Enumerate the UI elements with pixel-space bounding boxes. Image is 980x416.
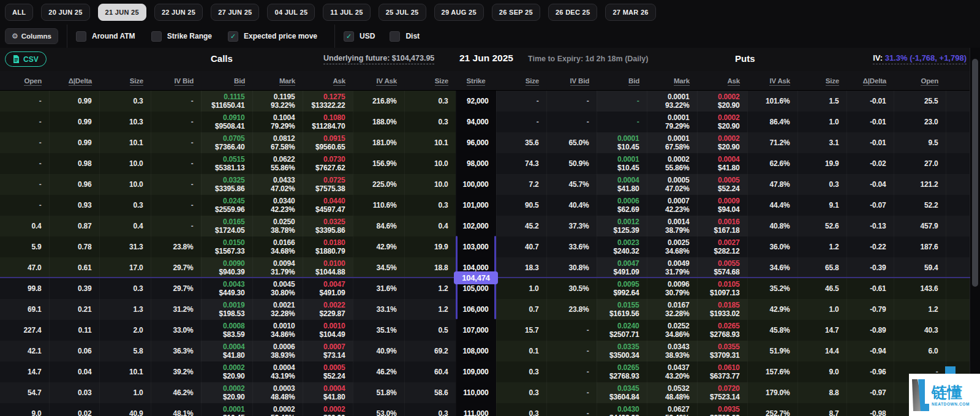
puts-ask-cell[interactable]: 0.0016$167.18 <box>697 216 747 236</box>
puts-mark-cell[interactable]: 0.002534.68% <box>647 236 697 257</box>
calls-iv_ask-cell[interactable]: 34.5% <box>353 257 404 278</box>
calls-delta-cell[interactable]: 0.87 <box>49 216 99 236</box>
strike-cell[interactable]: 103,000 <box>456 236 496 257</box>
header-open[interactable]: Open <box>0 71 49 91</box>
puts-ask_size-cell[interactable]: 14.4 <box>797 341 846 361</box>
puts-bid-cell[interactable]: 0.0004$41.80 <box>597 174 647 195</box>
puts-ask_size-cell[interactable]: 65.8 <box>797 257 846 278</box>
puts-mark-cell[interactable]: 0.043743.20% <box>647 361 697 382</box>
puts-ask_size-cell[interactable]: 8.7 <box>797 403 846 416</box>
calls-ask-cell[interactable]: 0.0047$491.09 <box>303 278 353 299</box>
puts-open-cell[interactable]: 1.2 <box>894 299 946 320</box>
puts-bid-cell[interactable]: 0.0006$62.69 <box>597 195 647 216</box>
puts-delta-cell[interactable]: -0.01 <box>846 112 894 132</box>
puts-iv_ask-cell[interactable]: 47.8% <box>747 174 797 195</box>
calls-size-cell[interactable]: 2.0 <box>99 320 151 341</box>
header-bid[interactable]: Bid <box>597 71 647 91</box>
calls-iv_bid-cell[interactable]: 33.0% <box>151 320 201 341</box>
calls-iv_bid-cell[interactable]: 29.7% <box>151 257 201 278</box>
calls-ask_size-cell[interactable]: 19.9 <box>404 236 456 257</box>
tab-27-jun-25[interactable]: 27 JUN 25 <box>211 4 259 21</box>
calls-bid-cell[interactable]: 0.0004$41.80 <box>201 341 252 361</box>
calls-bid-cell[interactable]: 0.0090$940.39 <box>201 257 252 278</box>
calls-iv_bid-cell[interactable]: - <box>151 112 201 132</box>
puts-iv_ask-cell[interactable]: 62.6% <box>747 153 797 174</box>
puts-ask_size-cell[interactable]: 0.3 <box>797 174 846 195</box>
calls-delta-cell[interactable]: 0.04 <box>49 361 99 382</box>
puts-iv_ask-cell[interactable]: 36.0% <box>747 236 797 257</box>
calls-iv_ask-cell[interactable]: 53.0% <box>353 403 404 416</box>
tab-11-jul-25[interactable]: 11 JUL 25 <box>323 4 370 21</box>
tab-27-mar-26[interactable]: 27 MAR 26 <box>605 4 655 21</box>
calls-bid-cell[interactable]: 0.0019$198.53 <box>201 299 252 320</box>
puts-iv_ask-cell[interactable]: 44.4% <box>747 195 797 216</box>
puts-delta-cell[interactable]: -0.22 <box>846 236 894 257</box>
calls-iv_bid-cell[interactable]: 46.2% <box>151 382 201 403</box>
calls-bid-cell[interactable]: 0.0705$7366.40 <box>201 132 252 153</box>
calls-delta-cell[interactable]: 0.99 <box>49 112 99 132</box>
puts-iv_bid-cell[interactable]: 45.7% <box>546 174 597 195</box>
calls-size-cell[interactable]: 0.3 <box>99 91 151 112</box>
calls-bid-cell[interactable]: 0.0325$3395.86 <box>201 174 252 195</box>
calls-iv_bid-cell[interactable]: - <box>151 91 201 112</box>
puts-delta-cell[interactable]: -0.79 <box>846 299 894 320</box>
puts-mark-cell[interactable]: 0.000255.86% <box>647 153 697 174</box>
tab-26-sep-25[interactable]: 26 SEP 25 <box>492 4 540 21</box>
calls-ask_size-cell[interactable]: 10.0 <box>404 153 456 174</box>
puts-open-cell[interactable]: 187.6 <box>894 236 946 257</box>
puts-delta-cell[interactable]: -0.39 <box>846 257 894 278</box>
puts-open-cell[interactable]: 6.0 <box>894 341 946 361</box>
header-ask[interactable]: Ask <box>303 71 353 91</box>
puts-mark-cell[interactable]: 0.004931.79% <box>647 257 697 278</box>
calls-size-cell[interactable]: 0.3 <box>99 195 151 216</box>
tab-26-dec-25[interactable]: 26 DEC 25 <box>548 4 598 21</box>
calls-bid-cell[interactable]: 0.0150$1567.33 <box>201 236 252 257</box>
calls-mark-cell[interactable]: 0.000252.42% <box>252 403 303 416</box>
calls-ask-cell[interactable]: 0.1275$13322.22 <box>303 91 353 112</box>
calls-bid-cell[interactable]: 0.0008$83.59 <box>201 320 252 341</box>
calls-ask-cell[interactable]: 0.0915$9560.65 <box>303 132 353 153</box>
calls-mark-cell[interactable]: 0.016634.68% <box>252 236 303 257</box>
puts-ask_size-cell[interactable]: 14.7 <box>797 320 846 341</box>
header-iv-bid[interactable]: IV Bid <box>151 71 201 91</box>
puts-open-cell[interactable]: 59.4 <box>894 257 946 278</box>
puts-open-cell[interactable]: 121.2 <box>894 174 946 195</box>
calls-delta-cell[interactable]: 0.02 <box>49 403 99 416</box>
puts-size-cell[interactable]: 1.0 <box>496 278 546 299</box>
puts-ask_size-cell[interactable]: 1.2 <box>797 236 846 257</box>
strike-cell[interactable]: 101,000 <box>456 195 496 216</box>
calls-ask_size-cell[interactable]: 60.4 <box>404 361 456 382</box>
header-size[interactable]: Size <box>797 71 846 91</box>
calls-ask_size-cell[interactable]: 18.8 <box>404 257 456 278</box>
header-open[interactable]: Open <box>894 71 946 91</box>
puts-bid-cell[interactable]: 0.0430$4492.98 <box>597 403 647 416</box>
puts-delta-cell[interactable]: -0.94 <box>846 341 894 361</box>
calls-mark-cell[interactable]: 0.000638.93% <box>252 341 303 361</box>
puts-ask_size-cell[interactable]: 8.8 <box>797 382 846 403</box>
puts-mark-cell[interactable]: 0.025234.86% <box>647 320 697 341</box>
puts-iv_bid-cell[interactable]: 33.6% <box>546 236 597 257</box>
calls-size-cell[interactable]: 31.3 <box>99 236 151 257</box>
header-mark[interactable]: Mark <box>252 71 303 91</box>
header-iv-bid[interactable]: IV Bid <box>546 71 597 91</box>
calls-mark-cell[interactable]: 0.002132.28% <box>252 299 303 320</box>
tab-22-jun-25[interactable]: 22 JUN 25 <box>154 4 203 21</box>
calls-mark-cell[interactable]: 0.043347.02% <box>252 174 303 195</box>
puts-iv_ask-cell[interactable]: 252.7% <box>747 403 797 416</box>
checkbox-usd[interactable]: ✓USD <box>344 31 375 42</box>
puts-iv_bid-cell[interactable]: - <box>546 112 597 132</box>
puts-open-cell[interactable]: 25.5 <box>894 91 946 112</box>
calls-mark-cell[interactable]: 0.009431.79% <box>252 257 303 278</box>
calls-size-cell[interactable]: 5.8 <box>99 341 151 361</box>
calls-iv_ask-cell[interactable]: 181.0% <box>353 132 404 153</box>
columns-button[interactable]: ⚙ Columns <box>5 28 58 44</box>
calls-size-cell[interactable]: 10.1 <box>99 132 151 153</box>
calls-open-cell[interactable]: 0.4 <box>0 216 49 236</box>
calls-open-cell[interactable]: - <box>0 153 49 174</box>
puts-iv_bid-cell[interactable]: 50.9% <box>546 153 597 174</box>
puts-ask_size-cell[interactable]: 19.9 <box>797 153 846 174</box>
calls-open-cell[interactable]: 227.4 <box>0 320 49 341</box>
calls-open-cell[interactable]: 42.1 <box>0 341 49 361</box>
puts-iv_bid-cell[interactable]: - <box>546 382 597 403</box>
underlying-future[interactable]: Underlying future: $104,473.95 <box>323 54 434 64</box>
